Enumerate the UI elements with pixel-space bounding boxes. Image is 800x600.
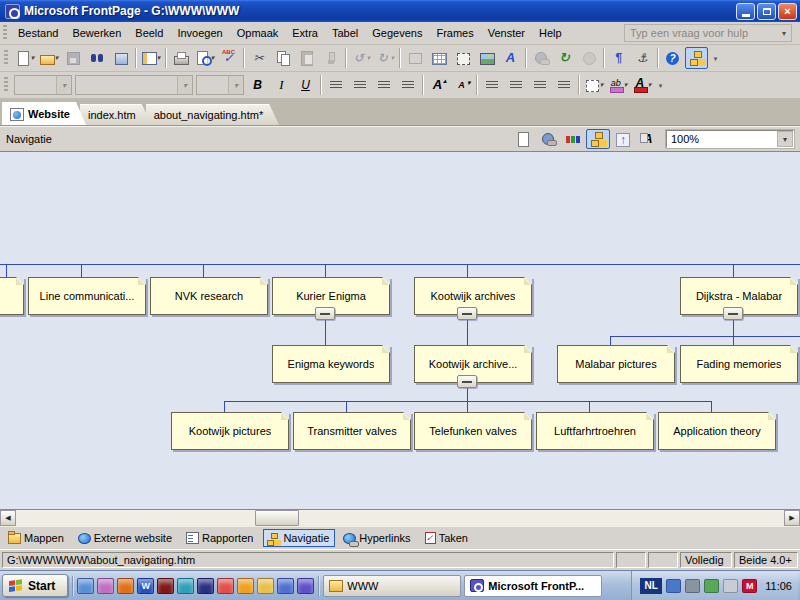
collapse-button[interactable] (315, 307, 335, 320)
tree-node-application-theory[interactable]: Application theory (658, 412, 776, 450)
justify-button[interactable] (396, 74, 419, 96)
print-button[interactable] (169, 47, 192, 69)
restore-button[interactable] (757, 3, 776, 20)
folder-shortcut-icon[interactable] (257, 578, 274, 594)
menu-item-opmaak[interactable]: Opmaak (230, 24, 286, 42)
underline-button[interactable]: U (294, 74, 317, 96)
tree-node-telefunken-valves[interactable]: Telefunken valves (414, 412, 532, 450)
insert-layer-button[interactable] (451, 47, 474, 69)
media-player-icon[interactable] (117, 578, 134, 594)
tree-node-transmitter-valves[interactable]: Transmitter valves (293, 412, 411, 450)
outdent-button[interactable] (528, 74, 551, 96)
numbered-list-button[interactable] (480, 74, 503, 96)
menu-item-gegevens[interactable]: Gegevens (365, 24, 429, 42)
view-tab-rapporten[interactable]: Rapporten (182, 529, 259, 547)
toolbar-options-button[interactable]: ▾ (654, 74, 667, 96)
balloon-icon[interactable] (217, 578, 234, 594)
antivirus-icon[interactable]: M (742, 579, 757, 593)
font-combo[interactable]: ▾ (75, 75, 193, 95)
refresh-button[interactable]: ↻ (553, 47, 576, 69)
view-tab-externe-website[interactable]: Externe website (74, 529, 178, 547)
taskbar-clock[interactable]: 11:06 (765, 580, 792, 592)
collapse-button[interactable] (457, 307, 477, 320)
indent-button[interactable] (552, 74, 575, 96)
up-level-button[interactable]: ↑ (611, 129, 635, 149)
scroll-right-button[interactable]: ▶ (784, 510, 800, 526)
toolbar-grip[interactable] (3, 25, 7, 41)
view-tab-hyperlinks[interactable]: Hyperlinks (339, 529, 416, 547)
scroll-left-button[interactable]: ◀ (0, 510, 16, 526)
bookmark-button[interactable]: ⚓ (631, 47, 654, 69)
word-icon[interactable]: W (137, 578, 154, 594)
collapse-button[interactable] (723, 307, 743, 320)
help-search-input[interactable]: Typ een vraag voor hulp ▾ (624, 24, 792, 42)
bullet-list-button[interactable] (504, 74, 527, 96)
menu-item-bestand[interactable]: Bestand (11, 24, 65, 42)
menu-item-bewerken[interactable]: Bewerken (65, 24, 128, 42)
menu-item-beeld[interactable]: Beeld (128, 24, 170, 42)
menu-item-invoegen[interactable]: Invoegen (170, 24, 229, 42)
messenger-icon[interactable] (666, 579, 681, 593)
menu-item-venster[interactable]: Venster (481, 24, 532, 42)
toggle-pane-button[interactable]: ▾ (139, 47, 162, 69)
tab-website[interactable]: Website (2, 102, 86, 125)
update-icon[interactable] (704, 579, 719, 593)
toolbar-options-button[interactable]: ▾ (709, 47, 722, 69)
publish-button[interactable] (109, 47, 132, 69)
flight-icon[interactable] (197, 578, 214, 594)
frontpage-shortcut-icon[interactable] (297, 578, 314, 594)
menu-item-tabel[interactable]: Tabel (325, 24, 365, 42)
navigation-view-button[interactable] (685, 47, 708, 69)
close-button[interactable]: × (778, 3, 797, 20)
grow-font-button[interactable]: A (426, 74, 449, 96)
view-tab-mappen[interactable]: Mappen (4, 529, 70, 547)
shrink-font-button[interactable]: A (450, 74, 473, 96)
minimize-button[interactable] (736, 3, 755, 20)
preview-button[interactable]: ▾ (193, 47, 216, 69)
start-button[interactable]: Start (2, 574, 68, 597)
tree-node-partial[interactable] (0, 277, 24, 315)
hyperlinks-view-button[interactable] (536, 129, 560, 149)
help-button[interactable]: ? (661, 47, 684, 69)
frontpage-app-icon[interactable] (5, 4, 20, 19)
menu-item-frames[interactable]: Frames (429, 24, 480, 42)
align-right-button[interactable] (372, 74, 395, 96)
pointer-icon[interactable] (723, 579, 738, 593)
tree-node-fading-memories[interactable]: Fading memories (680, 345, 798, 383)
align-left-button[interactable] (324, 74, 347, 96)
tree-node-malabar-pictures[interactable]: Malabar pictures (557, 345, 675, 383)
toolbar-grip[interactable] (4, 77, 8, 93)
new-page-button[interactable]: ▾ (13, 47, 36, 69)
notes-icon[interactable] (277, 578, 294, 594)
clock-icon[interactable] (237, 578, 254, 594)
align-center-button[interactable] (348, 74, 371, 96)
tree-node-line-communicati[interactable]: Line communicati... (28, 277, 146, 315)
toolbar-grip[interactable] (4, 50, 8, 66)
insert-table-button[interactable] (427, 47, 450, 69)
borders-button[interactable]: ▾ (582, 74, 605, 96)
tree-node-nvk-research[interactable]: NVK research (150, 277, 268, 315)
tree-node-luftfarhrtroehren[interactable]: Luftfarhrtroehren (536, 412, 654, 450)
taskbar-button-www[interactable]: WWW (323, 575, 461, 597)
highlight-button[interactable]: ab▾ (606, 74, 629, 96)
new-page-button[interactable] (511, 129, 535, 149)
font-color-button[interactable]: A▾ (630, 74, 653, 96)
scrollbar-thumb[interactable] (255, 510, 299, 526)
volume-icon[interactable] (685, 579, 700, 593)
orientation-button[interactable]: A (636, 129, 660, 149)
tree-node-enigma-keywords[interactable]: Enigma keywords (272, 345, 390, 383)
italic-button[interactable]: I (270, 74, 293, 96)
open-button[interactable]: ▾ (37, 47, 60, 69)
im-icon[interactable] (97, 578, 114, 594)
wordart-button[interactable]: A (499, 47, 522, 69)
navigation-structure-button[interactable] (586, 129, 610, 149)
chevron-down-icon[interactable]: ▾ (777, 131, 793, 147)
language-indicator[interactable]: NL (640, 578, 662, 594)
tab-about-navigating-htm[interactable]: about_navigating.htm* (146, 104, 279, 125)
viewer-icon[interactable] (157, 578, 174, 594)
tab-index-htm[interactable]: index.htm (80, 104, 152, 125)
menu-item-extra[interactable]: Extra (285, 24, 325, 42)
size-combo[interactable]: ▾ (196, 75, 244, 95)
taskbar-button-microsoft-frontp[interactable]: Microsoft FrontP... (464, 575, 602, 597)
find-button[interactable] (85, 47, 108, 69)
